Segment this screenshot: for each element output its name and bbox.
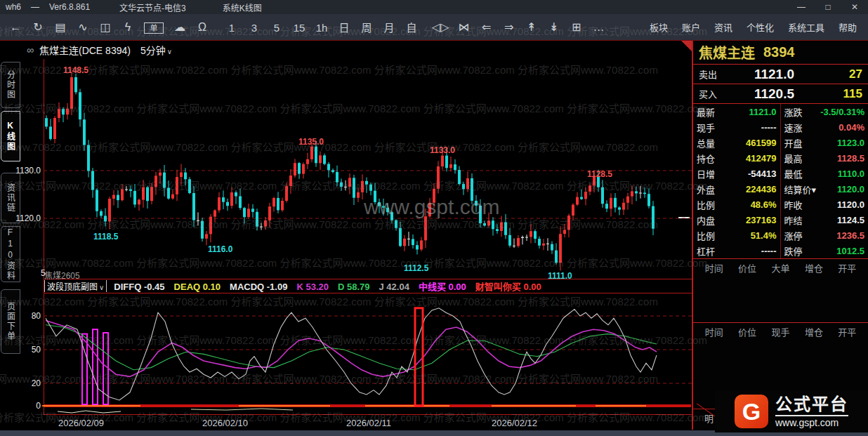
stat-row-最新-0: 最新1121.0 [693, 104, 780, 119]
stat-value: 48.6% [751, 199, 777, 210]
toolbar-nav-icons: ◁▷⋈⇐⇒↟↡⊞… [428, 20, 610, 34]
stat-label: 比例 [697, 198, 715, 211]
menu-item-3[interactable]: 个性化 [747, 20, 774, 34]
maximize-button[interactable]: □ [815, 2, 841, 12]
sidebar-tab-3[interactable]: F10资料 [1, 226, 20, 282]
stat-value: 1120.0 [837, 184, 864, 194]
period-button-15[interactable]: 15 [292, 22, 306, 34]
period-button-5[interactable]: 5 [270, 22, 284, 34]
menu-item-0[interactable]: 板块 [650, 20, 668, 34]
x-axis-date-1: 2026/02/10 [202, 418, 248, 428]
period-button-1h[interactable]: 1h [315, 22, 329, 34]
price-axis-label-0: 1130.0 [1, 166, 41, 176]
indicator-value-财智叫你买: 财智叫你买 0.00 [475, 282, 541, 292]
indicator-tick-2: 20 [1, 378, 41, 388]
bid-row[interactable]: 买入 1120.5 115 [693, 84, 868, 104]
extreme-price-label-6: 1111.0 [548, 271, 572, 281]
bid-label: 买入 [699, 87, 727, 100]
tick1-col-开平: 开平 [831, 261, 864, 275]
stat-value: 237163 [746, 215, 776, 225]
link-icon[interactable]: ∞ [27, 44, 34, 55]
indicator-chart[interactable] [44, 295, 692, 415]
stat-value: 1121.0 [749, 107, 776, 117]
extreme-price-label-4: 1112.5 [404, 263, 428, 273]
extreme-price-label-1: 1118.5 [93, 232, 118, 242]
menu-item-2[interactable]: 资讯 [714, 20, 732, 34]
scroll-up-icon[interactable]: ↟ [524, 20, 539, 34]
more-icon[interactable]: … [591, 21, 607, 34]
menu-item-1[interactable]: 账户 [682, 20, 700, 34]
stat-row-内盘-7: 内盘237163 [693, 212, 780, 227]
gspt-logo-name: 公式平台 [775, 395, 848, 414]
view-name-label: 系统K线图 [223, 1, 262, 13]
page-left-icon[interactable]: ⇐ [479, 20, 494, 34]
insert-pane-icon[interactable]: ⊞ [569, 20, 584, 34]
order-ticket-icon[interactable]: 单 [144, 22, 164, 34]
candlestick-icon[interactable]: ◫ [98, 20, 113, 34]
indicator-tick-0: 80 [1, 311, 41, 321]
tick2-col-价位: 价位 [730, 325, 763, 338]
period-button-月[interactable]: 月 [382, 20, 396, 34]
period-button-自[interactable]: 自 [405, 20, 419, 34]
page-right-icon[interactable]: ⇒ [501, 20, 517, 34]
trend-line-icon[interactable]: ∿ [75, 20, 91, 34]
period-button-周[interactable]: 周 [360, 20, 374, 34]
stat-label: 速涨 [784, 121, 803, 134]
cloud-node-label: 文华云节点-电信3 [119, 1, 186, 13]
menu-item-5[interactable]: 帮助 [839, 20, 857, 34]
indicator-tick-1: 50 [1, 345, 41, 355]
bell-icon[interactable]: Ω [195, 21, 210, 34]
window-controls: —□✕ [788, 2, 868, 12]
stat-row-开盘-2: 开盘1123.0 [781, 135, 868, 150]
stat-row-涨停-8: 涨停1236.5 [781, 227, 868, 243]
ask-row[interactable]: 卖出 1121.0 27 [693, 65, 868, 84]
compress-icon[interactable]: ◁▷ [432, 20, 449, 34]
tick-chart-icon[interactable]: ϟ [120, 21, 136, 34]
cloud-icon[interactable]: ☁ [172, 20, 188, 34]
minimize-button[interactable]: — [788, 2, 815, 12]
price-axis-label-1: 1120.0 [1, 213, 41, 223]
candlestick-chart[interactable] [44, 59, 692, 271]
indicator-name-dropdown[interactable]: 波段顶底副图∨ [44, 280, 107, 292]
stat-value: 1123.0 [837, 138, 864, 148]
quote-stats: 最新1121.0现手-----总量461599持仓412479日增-54413外… [693, 104, 868, 259]
stat-label: 比例 [697, 229, 715, 242]
back-icon[interactable]: ← [8, 21, 23, 34]
close-button[interactable]: ✕ [841, 2, 868, 12]
stat-row-最低-4: 最低1110.0 [781, 166, 868, 181]
stat-label: 涨停 [784, 229, 803, 242]
sidebar-tab-1[interactable]: K线图 [1, 111, 20, 161]
period-dropdown[interactable]: 5分钟∨ [140, 43, 172, 57]
ask-price: 1121.0 [727, 67, 822, 82]
cross-cursor-icon[interactable]: ⋈ [456, 20, 472, 34]
stat-label: 开盘 [784, 136, 803, 150]
stat-label: 最高 [784, 152, 803, 165]
bid-price: 1120.5 [727, 86, 822, 102]
period-button-日[interactable]: 日 [337, 20, 351, 34]
gspt-logo[interactable]: G 公式平台 www.gspt.com [715, 390, 868, 432]
tick2-col-现手: 现手 [764, 325, 797, 338]
period-button-1[interactable]: 1 [225, 22, 239, 34]
scroll-down-icon[interactable]: ↡ [546, 20, 562, 34]
app-version: Ver6.8.861 [49, 2, 90, 12]
indicator-value-K: K 53.20 [296, 282, 329, 292]
detail-tab-partial[interactable]: 明 [704, 411, 714, 425]
stat-label: 外盘 [697, 183, 715, 196]
refresh-icon[interactable]: ↻ [30, 20, 46, 34]
toolbar-left-icons: ←↻▤∿◫ϟ单☁Ω [4, 20, 213, 34]
stat-row-跌停-9: 跌停1012.5 [781, 243, 868, 258]
panel-divider-bottom [44, 293, 692, 293]
quote-list-icon[interactable]: ▤ [53, 20, 68, 34]
stat-row-昨收-6: 昨收1120.0 [781, 197, 868, 212]
stat-label: 跌停 [784, 244, 803, 258]
period-button-3[interactable]: 3 [247, 22, 261, 34]
stat-label: 最新 [697, 105, 715, 119]
x-axis-date-2: 2026/02/11 [346, 418, 391, 428]
stat-value: 224436 [746, 184, 776, 194]
stat-row-昨结-7: 昨结1124.5 [781, 212, 868, 227]
quote-stats-left: 最新1121.0现手-----总量461599持仓412479日增-54413外… [693, 104, 781, 258]
menu-item-4[interactable]: 系统工具 [788, 20, 824, 34]
chart-header: ∞ 焦煤主连(DCE 8394) 5分钟∨ [22, 41, 690, 59]
quote-stats-right: 涨跌-3.5/0.31%速涨0.04%开盘1123.0最高1128.5最低111… [781, 104, 868, 258]
sidebar-tab-0[interactable]: 分时图 [1, 62, 20, 108]
